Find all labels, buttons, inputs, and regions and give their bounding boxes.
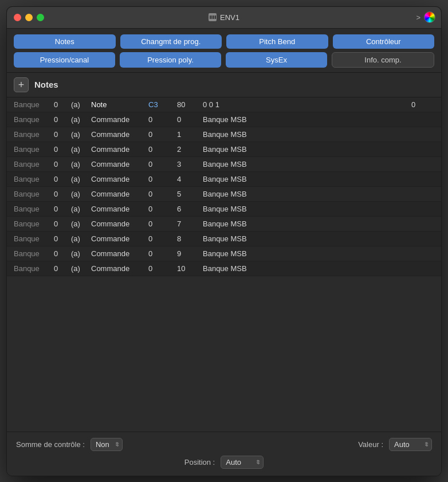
cell-col2: 0 [54, 175, 71, 183]
table-row[interactable]: Banque0(a)NoteC3800 0 10 [7, 97, 441, 112]
tab-sysex[interactable]: SysEx [226, 52, 327, 68]
cell-col5: 0 [148, 205, 177, 213]
toolbar: Notes Changmt de prog. Pitch Bend Contrô… [7, 29, 441, 73]
cell-col2: 0 [54, 100, 71, 109]
cell-col3: (a) [71, 145, 91, 154]
cell-col1: Banque [14, 175, 54, 183]
footer-row-2: Position : Auto Manuel ⇕ [16, 456, 432, 469]
cell-col5: 0 [148, 234, 177, 243]
cell-col6: 80 [177, 100, 203, 109]
cell-col6: 9 [177, 249, 203, 258]
chevron-right-icon[interactable]: > [416, 13, 421, 22]
tab-pression-poly[interactable]: Pression poly. [120, 52, 221, 68]
cell-col6: 10 [177, 264, 203, 273]
cell-col2: 0 [54, 220, 71, 228]
tab-pression-canal[interactable]: Pression/canal [14, 52, 115, 68]
cell-col2: 0 [54, 205, 71, 213]
somme-select[interactable]: Non Oui [91, 438, 123, 451]
tab-controleur[interactable]: Contrôleur [333, 34, 435, 49]
cell-col3: (a) [71, 100, 91, 109]
cell-col1: Banque [14, 234, 54, 243]
table-row[interactable]: Banque0(a)Commande09Banque MSB [7, 246, 441, 261]
position-select[interactable]: Auto Manuel [221, 456, 264, 469]
cell-col6: 6 [177, 205, 203, 213]
cell-col6: 3 [177, 160, 203, 168]
table-row[interactable]: Banque0(a)Commande06Banque MSB [7, 202, 441, 217]
cell-col7: Banque MSB [203, 234, 411, 243]
cell-col5: 0 [148, 115, 177, 124]
cell-col2: 0 [54, 130, 71, 139]
add-button[interactable]: + [14, 77, 29, 92]
cell-col7: Banque MSB [203, 160, 411, 168]
section-title: Notes [34, 80, 58, 89]
cell-col6: 2 [177, 145, 203, 154]
cell-col1: Banque [14, 220, 54, 228]
cell-col4: Commande [91, 115, 148, 124]
data-table[interactable]: Banque0(a)NoteC3800 0 10Banque0(a)Comman… [7, 97, 441, 432]
cell-col4: Commande [91, 160, 148, 168]
toolbar-row-2: Pression/canal Pression poly. SysEx Info… [14, 52, 434, 68]
table-row[interactable]: Banque0(a)Commande07Banque MSB [7, 217, 441, 232]
cell-col1: Banque [14, 115, 54, 124]
position-label: Position : [184, 458, 215, 467]
cell-col3: (a) [71, 220, 91, 228]
cell-col4: Commande [91, 264, 148, 273]
table-row[interactable]: Banque0(a)Commande01Banque MSB [7, 127, 441, 142]
cell-col3: (a) [71, 160, 91, 168]
somme-label: Somme de contrôle : [16, 440, 85, 449]
cell-col4: Commande [91, 220, 148, 228]
valeur-label: Valeur : [358, 440, 383, 449]
valeur-select[interactable]: Auto Manuel [389, 438, 432, 451]
cell-col4: Commande [91, 145, 148, 154]
cell-col3: (a) [71, 175, 91, 183]
cell-col7: 0 0 1 [203, 100, 411, 109]
titlebar: ENV1 > [7, 7, 441, 29]
cell-col3: (a) [71, 115, 91, 124]
svg-rect-2 [211, 15, 213, 19]
cell-col4: Commande [91, 190, 148, 198]
top-right-controls: > [416, 11, 435, 23]
cell-col2: 0 [54, 249, 71, 258]
cell-col1: Banque [14, 160, 54, 168]
cell-col4: Commande [91, 205, 148, 213]
tab-changmt[interactable]: Changmt de prog. [120, 34, 222, 49]
tab-notes[interactable]: Notes [14, 34, 116, 49]
window-title: ENV1 [209, 13, 239, 22]
table-row[interactable]: Banque0(a)Commande08Banque MSB [7, 232, 441, 246]
close-button[interactable] [14, 14, 21, 21]
footer-row-1: Somme de contrôle : Non Oui ⇕ Valeur : A… [16, 438, 432, 451]
cell-col4: Commande [91, 249, 148, 258]
cell-col1: Banque [14, 249, 54, 258]
minimize-button[interactable] [25, 14, 33, 21]
table-row[interactable]: Banque0(a)Commande03Banque MSB [7, 157, 441, 172]
cell-col6: 8 [177, 234, 203, 243]
tab-info-comp[interactable]: Info. comp. [332, 52, 434, 68]
cell-col1: Banque [14, 190, 54, 198]
cell-col6: 7 [177, 220, 203, 228]
cell-col7: Banque MSB [203, 175, 411, 183]
cell-col6: 0 [177, 115, 203, 124]
cell-col7: Banque MSB [203, 220, 411, 228]
cell-col2: 0 [54, 145, 71, 154]
table-row[interactable]: Banque0(a)Commande010Banque MSB [7, 261, 441, 276]
position-select-wrapper: Auto Manuel ⇕ [221, 456, 264, 469]
tab-pitch-bend[interactable]: Pitch Bend [226, 34, 328, 49]
cell-col1: Banque [14, 130, 54, 139]
cell-col2: 0 [54, 234, 71, 243]
palette-icon[interactable] [424, 11, 435, 23]
main-window: ENV1 > Notes Changmt de prog. Pitch Bend… [6, 6, 442, 476]
cell-col4: Note [91, 100, 148, 109]
cell-col5: 0 [148, 160, 177, 168]
svg-rect-4 [215, 15, 216, 19]
cell-col3: (a) [71, 264, 91, 273]
table-row[interactable]: Banque0(a)Commande05Banque MSB [7, 187, 441, 202]
table-row[interactable]: Banque0(a)Commande02Banque MSB [7, 142, 441, 157]
cell-col4: Commande [91, 130, 148, 139]
cell-col1: Banque [14, 264, 54, 273]
cell-col6: 4 [177, 175, 203, 183]
table-row[interactable]: Banque0(a)Commande00Banque MSB [7, 112, 441, 127]
maximize-button[interactable] [37, 14, 44, 21]
cell-col7: Banque MSB [203, 145, 411, 154]
cell-col7: Banque MSB [203, 190, 411, 198]
table-row[interactable]: Banque0(a)Commande04Banque MSB [7, 172, 441, 187]
